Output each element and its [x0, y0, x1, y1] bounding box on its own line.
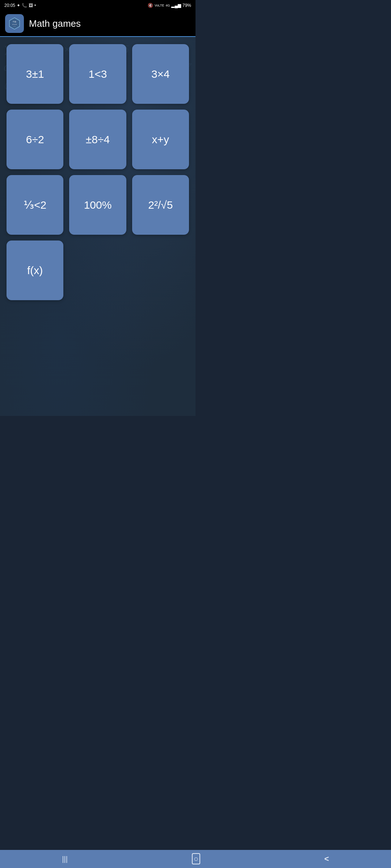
- card-plus-minus[interactable]: 3±1: [7, 44, 63, 104]
- svg-text:• • •: • • •: [13, 26, 16, 27]
- card-percent-label: 100%: [84, 199, 112, 211]
- card-less-than-label: 1<3: [89, 68, 107, 80]
- card-plus-divide[interactable]: ±8÷4: [69, 110, 126, 169]
- status-dot: •: [34, 3, 36, 8]
- game-grid: 3±1 1<3 3×4 6÷2 ±8÷4 x+y ⅓<2 100% 2²/√5 …: [7, 44, 189, 300]
- card-fraction-label: ⅓<2: [24, 199, 46, 211]
- status-volte-icon: VoLTE: [155, 4, 164, 7]
- status-signal-bars: ▂▄▆: [171, 3, 181, 8]
- svg-text:2 5 4 3: 2 5 4 3: [12, 24, 17, 25]
- status-battery: 79%: [182, 3, 191, 8]
- card-divide-label: 6÷2: [26, 133, 44, 146]
- card-function-label: f(x): [27, 264, 43, 277]
- card-plus-minus-label: 3±1: [26, 68, 44, 80]
- status-call-icon: 📞: [22, 3, 27, 8]
- card-algebra[interactable]: x+y: [132, 110, 189, 169]
- card-power-root-label: 2²/√5: [148, 199, 173, 211]
- status-time: 20:05: [4, 3, 15, 8]
- status-left: 20:05 ✦ 📞 🖼 •: [4, 3, 36, 8]
- status-signal-icon: ✦: [17, 3, 20, 8]
- card-multiply[interactable]: 3×4: [132, 44, 189, 104]
- card-less-than[interactable]: 1<3: [69, 44, 126, 104]
- card-percent[interactable]: 100%: [69, 175, 126, 235]
- status-4g-icon: 4G: [165, 4, 170, 7]
- card-plus-divide-label: ±8÷4: [86, 133, 110, 146]
- status-photo-icon: 🖼: [29, 3, 33, 8]
- status-right: 🔇 VoLTE 4G ▂▄▆ 79%: [148, 3, 191, 8]
- card-fraction[interactable]: ⅓<2: [7, 175, 63, 235]
- card-algebra-label: x+y: [152, 133, 169, 146]
- app-title: Math games: [29, 18, 81, 29]
- status-mute-icon: 🔇: [148, 3, 153, 8]
- card-multiply-label: 3×4: [151, 68, 170, 80]
- main-content: ∑ ∫ π √ ∞ ≈ ± × ÷ ≤ ≥ α β γ δ θ λ μ σ φ …: [0, 37, 196, 416]
- status-bar: 20:05 ✦ 📞 🖼 • 🔇 VoLTE 4G ▂▄▆ 79%: [0, 0, 196, 11]
- top-bar: 7 11 2 5 4 3 • • • Math games: [0, 11, 196, 37]
- app-icon: 7 11 2 5 4 3 • • •: [5, 14, 24, 33]
- card-function[interactable]: f(x): [7, 241, 63, 300]
- svg-text:7  11: 7 11: [13, 21, 16, 23]
- card-power-root[interactable]: 2²/√5: [132, 175, 189, 235]
- card-divide[interactable]: 6÷2: [7, 110, 63, 169]
